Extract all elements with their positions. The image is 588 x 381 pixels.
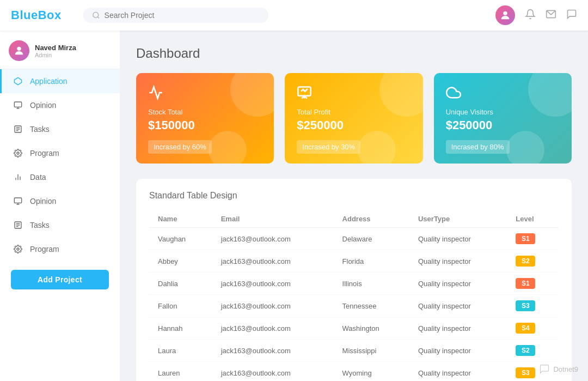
sidebar-item-data-label: Data xyxy=(30,173,46,182)
cell-level: S1 xyxy=(507,273,559,295)
table-row: Hannah jack163@outlook.com Washington Qu… xyxy=(149,317,559,340)
sidebar-item-tasks1-label: Tasks xyxy=(30,125,50,134)
sidebar-item-opinion2[interactable]: Opinion xyxy=(0,189,120,213)
svg-point-0 xyxy=(93,12,99,17)
profit-change: Incrased by 30% xyxy=(297,140,360,154)
stat-card-profit: Total Profit $250000 Incrased by 30% xyxy=(285,73,422,164)
cell-usertype: Quality inspector xyxy=(409,250,507,273)
level-badge: S4 xyxy=(516,323,535,334)
navbar: BlueBox xyxy=(0,0,588,31)
sidebar-item-program1[interactable]: Program xyxy=(0,141,120,165)
svg-rect-6 xyxy=(14,102,21,107)
cell-name: Hannah xyxy=(149,317,212,340)
notifications-icon[interactable] xyxy=(525,9,536,22)
mail-icon[interactable] xyxy=(546,9,556,22)
data-icon xyxy=(13,172,23,183)
profit-label: Total Profit xyxy=(297,108,411,116)
table-row: Fallon jack163@outlook.com Tennessee Qua… xyxy=(149,295,559,317)
cell-address: Wyoming xyxy=(334,362,409,382)
visitors-value: $250000 xyxy=(446,118,560,132)
cell-usertype: Quality inspector xyxy=(409,228,507,250)
table-row: Vaughan jack163@outlook.com Delaware Qua… xyxy=(149,228,559,250)
user-name: Naved Mirza xyxy=(35,44,76,52)
application-icon xyxy=(13,76,23,87)
svg-point-24 xyxy=(17,248,19,250)
cell-usertype: Quality inspector xyxy=(409,317,507,340)
stock-label: Stock Total xyxy=(148,108,262,116)
sidebar-item-tasks2-label: Tasks xyxy=(30,221,50,229)
cell-name: Lauren xyxy=(149,362,212,382)
user-role: Admin xyxy=(35,52,76,58)
avatar xyxy=(495,5,515,25)
sidebar-item-data[interactable]: Data xyxy=(0,165,120,189)
cell-email: jack163@outlook.com xyxy=(212,250,334,273)
cell-level: S1 xyxy=(507,228,559,250)
search-icon xyxy=(92,11,100,20)
cell-email: jack163@outlook.com xyxy=(212,228,334,250)
watermark: Dotnet9 xyxy=(539,364,578,374)
cell-name: Dahlia xyxy=(149,273,212,295)
svg-point-4 xyxy=(17,47,21,51)
bubble-decoration-2 xyxy=(209,131,247,164)
cell-address: Illinois xyxy=(334,273,409,295)
table-row: Lauren jack163@outlook.com Wyoming Quali… xyxy=(149,362,559,382)
level-badge: S2 xyxy=(516,345,535,356)
svg-line-1 xyxy=(97,17,99,19)
cell-usertype: Quality inspector xyxy=(409,340,507,362)
table-header: Name Email Address UserType Level xyxy=(149,210,559,228)
sidebar: Naved Mirza Admin Application Opinion xyxy=(0,31,120,381)
cell-email: jack163@outlook.com xyxy=(212,340,334,362)
profit-value: $250000 xyxy=(297,118,411,132)
cell-address: Florida xyxy=(334,250,409,273)
cell-usertype: Quality inspector xyxy=(409,273,507,295)
opinion1-icon xyxy=(13,100,23,111)
col-usertype: UserType xyxy=(409,210,507,228)
stock-change: Incrased by 60% xyxy=(148,140,212,154)
level-badge: S1 xyxy=(516,233,535,244)
add-project-button[interactable]: Add Project xyxy=(11,270,109,289)
search-input[interactable] xyxy=(105,11,260,20)
svg-rect-17 xyxy=(14,198,21,203)
stats-row: Stock Total $150000 Incrased by 60% Tota… xyxy=(136,73,572,164)
search-bar[interactable] xyxy=(83,8,268,23)
cell-level: S3 xyxy=(507,295,559,317)
sidebar-item-tasks2[interactable]: Tasks xyxy=(0,213,120,237)
cell-usertype: Quality inspector xyxy=(409,362,507,382)
col-name: Name xyxy=(149,210,212,228)
level-badge: S2 xyxy=(516,256,535,267)
col-address: Address xyxy=(334,210,409,228)
svg-marker-5 xyxy=(14,77,21,84)
nav-actions xyxy=(495,5,577,25)
user-profile: Naved Mirza Admin xyxy=(0,31,120,69)
tasks2-icon xyxy=(13,220,23,231)
sidebar-item-opinion2-label: Opinion xyxy=(30,197,56,205)
cell-name: Vaughan xyxy=(149,228,212,250)
page-title: Dashboard xyxy=(136,46,572,61)
table-body: Vaughan jack163@outlook.com Delaware Qua… xyxy=(149,228,559,382)
app-logo: BlueBox xyxy=(11,8,62,22)
table-row: Laura jack163@outlook.com Mississippi Qu… xyxy=(149,340,559,362)
cell-level: S2 xyxy=(507,250,559,273)
col-email: Email xyxy=(212,210,334,228)
bubble-decoration-2 xyxy=(358,131,396,164)
sidebar-item-program2-label: Program xyxy=(30,245,59,253)
visitors-label: Unique Visitors xyxy=(446,108,560,116)
sidebar-item-opinion1-label: Opinion xyxy=(30,101,56,110)
data-table: Name Email Address UserType Level Vaugha… xyxy=(149,210,559,381)
tasks1-icon xyxy=(13,124,23,135)
sidebar-item-program2[interactable]: Program xyxy=(0,237,120,261)
cell-email: jack163@outlook.com xyxy=(212,362,334,382)
cell-name: Laura xyxy=(149,340,212,362)
cell-email: jack163@outlook.com xyxy=(212,273,334,295)
table-row: Abbey jack163@outlook.com Florida Qualit… xyxy=(149,250,559,273)
sidebar-item-opinion1[interactable]: Opinion xyxy=(0,93,120,117)
user-avatar xyxy=(9,40,29,61)
chat-icon[interactable] xyxy=(566,9,577,22)
cell-level: S2 xyxy=(507,340,559,362)
cell-usertype: Quality inspector xyxy=(409,295,507,317)
cell-email: jack163@outlook.com xyxy=(212,295,334,317)
sidebar-item-tasks1[interactable]: Tasks xyxy=(0,117,120,141)
layout: Naved Mirza Admin Application Opinion xyxy=(0,31,588,381)
level-badge: S3 xyxy=(516,300,535,311)
sidebar-item-application[interactable]: Application xyxy=(0,69,120,93)
